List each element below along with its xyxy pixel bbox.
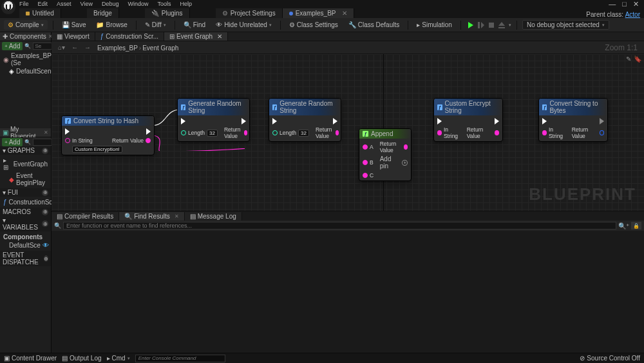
tab-compiler-results[interactable]: ▤Compiler Results (52, 212, 119, 221)
output-log-button[interactable]: ▤Output Log (62, 355, 101, 362)
compile-button[interactable]: ⚙Compile▾ (4, 20, 48, 30)
exec-in-pin[interactable] (181, 118, 185, 124)
breadcrumb-leaf[interactable]: Event Graph (142, 44, 178, 52)
save-button[interactable]: 💾Save (59, 20, 90, 30)
pause-step-button[interactable] (477, 21, 486, 30)
eject-button[interactable] (497, 21, 506, 30)
menu-tools[interactable]: Tools (157, 1, 171, 7)
tree-item-root[interactable]: ◉Examples_BP (Se (1, 52, 50, 67)
string-in-pin[interactable] (65, 138, 70, 143)
node-encrypt[interactable]: Custom Encrypt String In StringReturn Va… (433, 98, 503, 142)
stop-button[interactable] (487, 21, 496, 30)
bookmark-icon[interactable]: 🔖 (634, 55, 641, 63)
exec-in-pin[interactable] (437, 118, 442, 124)
string-out-pin[interactable] (404, 144, 408, 150)
tree-item-beginplay[interactable]: ◆Event BeginPlay (1, 172, 50, 187)
string-out-pin[interactable] (495, 130, 499, 135)
edit-icon[interactable]: ✎ (626, 55, 631, 63)
add-pin-button[interactable]: Add pin+ (380, 155, 408, 170)
tree-item-scene-root[interactable]: ◈DefaultSceneR (1, 67, 50, 75)
menu-view[interactable]: View (80, 1, 93, 7)
add-button[interactable]: ⊕ (42, 221, 48, 227)
node-generate-random-1[interactable]: Generate Random String Length32 Return V… (177, 98, 250, 142)
graph-canvas[interactable]: ✎ 🔖 (52, 54, 644, 211)
tree-item-components-var[interactable]: Components (1, 233, 50, 241)
play-button[interactable] (466, 21, 475, 30)
exec-in-pin[interactable] (65, 128, 70, 135)
exec-out-pin[interactable] (495, 118, 499, 124)
menu-help[interactable]: Help (180, 1, 192, 7)
exec-out-pin[interactable] (146, 128, 151, 135)
exec-in-pin[interactable] (542, 118, 547, 124)
section-dispatchers[interactable]: EVENT DISPATCHE⊕ (0, 251, 51, 266)
myblueprint-panel-tab[interactable]: ▣My Blueprint✕ (0, 128, 51, 137)
browse-button[interactable]: 📁Browse (93, 20, 130, 30)
tab-event-graph[interactable]: ⊞Event Graph✕ (164, 32, 228, 41)
exec-in-pin[interactable] (272, 118, 277, 124)
add-component-button[interactable]: +Add (2, 42, 23, 50)
int-in-pin[interactable] (272, 130, 278, 135)
maximize-button[interactable]: □ (622, 0, 627, 8)
tab-plugins[interactable]: 🔌Plugins (145, 8, 190, 18)
exec-out-pin[interactable] (242, 118, 246, 124)
int-default-input[interactable]: 32 (207, 130, 218, 137)
node-convert-to-hash[interactable]: Convert String to Hash In String Return … (61, 115, 155, 155)
string-default-input[interactable]: Custom Encryption! (72, 146, 122, 153)
section-graphs[interactable]: ▾ GRAPHS⊕ (0, 146, 51, 155)
menu-edit[interactable]: Edit (38, 1, 48, 7)
binoculars-icon[interactable]: 🔍⁺ (618, 222, 629, 230)
tab-construction[interactable]: ƒConstruction Scr... (95, 32, 164, 41)
tab-untitled[interactable]: Untitled (19, 8, 61, 18)
node-to-bytes[interactable]: Convert String to Bytes In StringReturn … (538, 98, 608, 142)
breadcrumb-root[interactable]: Examples_BP (97, 44, 138, 52)
tab-bridge[interactable]: Bridge (87, 8, 119, 18)
add-button[interactable]: ⊕ (44, 255, 48, 262)
section-variables[interactable]: ▾ VARIABLES⊕ (0, 216, 51, 231)
diff-button[interactable]: ✎Diff▾ (142, 20, 169, 30)
simulation-button[interactable]: ▸Simulation (413, 20, 455, 30)
string-out-pin[interactable] (146, 138, 151, 143)
section-macros[interactable]: MACROS⊕ (0, 208, 51, 216)
components-panel-tab[interactable]: ✚Components✕ (0, 32, 51, 41)
menu-file[interactable]: File (19, 1, 29, 7)
console-input[interactable] (135, 355, 225, 362)
find-search-input[interactable] (63, 222, 616, 230)
add-button[interactable]: ⊕ (42, 209, 48, 215)
eye-icon[interactable]: 👁 (43, 242, 49, 249)
class-settings-button[interactable]: ⚙Class Settings (286, 20, 341, 30)
tree-item-defaultscene-var[interactable]: DefaultSce👁 (1, 241, 50, 250)
exec-out-pin[interactable] (333, 118, 337, 124)
node-generate-random-2[interactable]: Generate Random String Length32 Return V… (269, 98, 341, 142)
string-in-pin[interactable] (542, 130, 547, 135)
nav-back-button[interactable]: ← (69, 43, 80, 52)
minimize-button[interactable]: — (609, 0, 616, 8)
node-append[interactable]: Append AReturn Value BAdd pin+ C (359, 128, 412, 181)
class-defaults-button[interactable]: 🔧Class Defaults (345, 20, 402, 30)
debug-object-select[interactable]: No debug object selected▾ (522, 20, 609, 30)
tab-find-results[interactable]: 🔍Find Results✕ (119, 212, 185, 221)
close-icon[interactable]: ✕ (217, 33, 222, 40)
menu-window[interactable]: Window (128, 1, 148, 7)
source-control-button[interactable]: ⊘Source Control Off (580, 355, 640, 362)
close-icon[interactable]: ✕ (342, 10, 347, 17)
int-default-input[interactable]: 32 (298, 130, 309, 137)
string-out-pin[interactable] (336, 130, 339, 135)
cmd-select[interactable]: ▸Cmd▾ (107, 355, 130, 362)
exec-out-pin[interactable] (600, 118, 604, 124)
string-in-pin[interactable] (437, 130, 442, 135)
add-button[interactable]: +Add (2, 138, 23, 146)
out-pin[interactable] (600, 130, 604, 135)
ue-logo[interactable]: U (1, 0, 15, 14)
find-button[interactable]: 🔍Find (180, 20, 209, 30)
string-in-pin[interactable] (363, 173, 368, 178)
parent-class-link[interactable]: Actor (625, 11, 640, 18)
content-drawer-button[interactable]: ▣Content Drawer (4, 355, 57, 362)
section-fui[interactable]: ▾ FUI⊕ (0, 188, 51, 197)
add-graph-button[interactable]: ⊕ (42, 148, 48, 154)
hide-unrelated-button[interactable]: 👁Hide Unrelated▾ (213, 20, 275, 30)
tab-message-log[interactable]: ▤Message Log (185, 212, 242, 221)
tab-examples-bp[interactable]: Examples_BP✕ (283, 8, 355, 18)
string-out-pin[interactable] (244, 130, 247, 135)
tree-item-eventgraph[interactable]: ▸ ⊞EventGraph (1, 156, 50, 172)
close-icon[interactable]: ✕ (44, 130, 48, 135)
